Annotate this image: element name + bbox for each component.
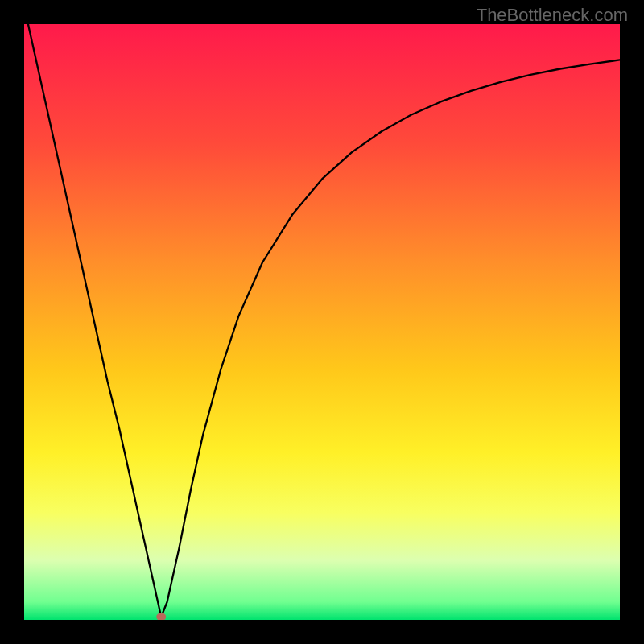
chart-background [24,24,620,620]
chart-frame [24,24,620,620]
bottleneck-chart [24,24,620,620]
watermark-text: TheBottleneck.com [477,5,628,26]
